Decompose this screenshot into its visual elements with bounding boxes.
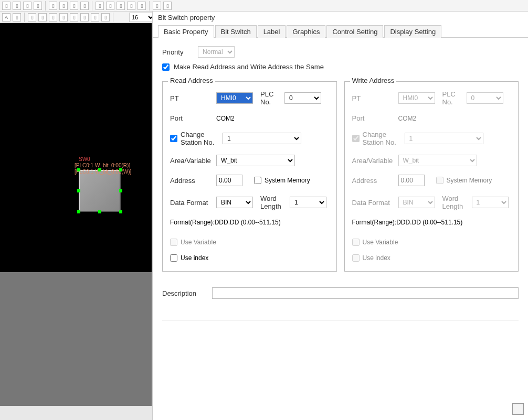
- toolbar-icon[interactable]: ▯: [80, 13, 89, 21]
- read-sysmem-label: System Memory: [265, 177, 310, 184]
- toolbar-icon[interactable]: ▯: [96, 2, 104, 10]
- read-sysmem-checkbox[interactable]: [254, 177, 261, 184]
- write-pt-label: PT: [352, 94, 395, 102]
- toolbar-icon[interactable]: ▯: [34, 2, 42, 10]
- toolbar-icon[interactable]: ▯: [38, 13, 47, 21]
- tab-bar: Basic Property Bit Switch Label Graphics…: [153, 23, 528, 38]
- read-use-variable-checkbox[interactable]: [170, 239, 177, 246]
- design-canvas[interactable]: SW0 [PLC0:1 W_bit_0:00(R)] [PLC0:1 W_bit…: [0, 23, 152, 272]
- write-wordlen-select: 1: [472, 197, 509, 208]
- same-address-checkbox[interactable]: [162, 63, 170, 71]
- read-address-legend: Read Address: [168, 77, 215, 84]
- toolbar-icon[interactable]: ▯: [70, 2, 78, 10]
- read-area-label: Area/Variable: [170, 157, 213, 165]
- write-address-input: [398, 175, 425, 186]
- read-address-label: Address: [170, 177, 213, 185]
- read-area-select[interactable]: W_bit: [216, 155, 295, 166]
- toolbar-icon[interactable]: ▯: [153, 2, 161, 10]
- read-wordlen-select[interactable]: 1: [290, 197, 326, 208]
- read-change-station-label: Change Station No.: [181, 131, 219, 146]
- write-pt-select: HMI0: [398, 92, 435, 104]
- toolbar-icon[interactable]: ▯: [28, 13, 36, 21]
- read-dataformat-label: Data Format: [170, 199, 213, 207]
- toolbar-icon[interactable]: ▯: [59, 2, 68, 10]
- write-change-station-label: Change Station No.: [363, 131, 402, 146]
- write-dataformat-select: BIN: [398, 197, 435, 208]
- read-address-group: Read Address PT HMI0 PLC No. 0 Port COM2…: [162, 81, 337, 272]
- toolbar-icon[interactable]: ▯: [138, 2, 146, 10]
- toolbar-icon[interactable]: ▯: [49, 2, 57, 10]
- toolbar-icon[interactable]: ▯: [2, 2, 10, 10]
- toolbar-icon[interactable]: ▯: [163, 2, 172, 10]
- read-pt-label: PT: [170, 94, 213, 102]
- toolbar-icon[interactable]: ▯: [23, 2, 31, 10]
- toolbar-icon[interactable]: ▯: [127, 2, 135, 10]
- write-address-group: Write Address PT HMI0 PLC No. 0 Port COM…: [344, 81, 519, 272]
- write-change-station-select: 1: [405, 133, 483, 144]
- write-sysmem-checkbox: [436, 177, 443, 184]
- tab-bit-switch[interactable]: Bit Switch: [215, 25, 257, 38]
- canvas-area[interactable]: SW0 [PLC0:1 W_bit_0:00(R)] [PLC0:1 W_bit…: [0, 23, 152, 406]
- toolbar-icon[interactable]: A: [2, 13, 10, 21]
- write-area-label: Area/Variable: [352, 157, 395, 165]
- description-input[interactable]: [212, 287, 519, 299]
- write-use-variable-label: Use Variable: [363, 239, 398, 246]
- write-address-label: Address: [352, 177, 395, 185]
- write-change-station-checkbox: [352, 135, 360, 142]
- toolbar-icon[interactable]: ▯: [49, 13, 57, 21]
- dialog-corner-button[interactable]: [512, 403, 524, 415]
- tab-display-setting[interactable]: Display Setting: [384, 25, 441, 38]
- read-address-input[interactable]: [216, 175, 242, 186]
- toolbar-icon[interactable]: ▯: [80, 2, 89, 10]
- read-change-station-select[interactable]: 1: [223, 133, 301, 144]
- read-format-range: Format(Range):DDD.DD (0.00--511.15): [170, 219, 281, 226]
- tab-graphics[interactable]: Graphics: [287, 25, 325, 38]
- write-use-index-label: Use index: [363, 254, 390, 262]
- write-plc-select: 0: [467, 92, 503, 104]
- description-label: Description: [162, 289, 196, 297]
- priority-select[interactable]: Normal: [198, 46, 235, 58]
- toolbar-icon[interactable]: ▯: [101, 13, 110, 21]
- read-port-label: Port: [170, 114, 213, 122]
- toolbar-icon[interactable]: ▯: [106, 2, 114, 10]
- tab-basic-property[interactable]: Basic Property: [158, 25, 214, 38]
- object-read-label: [PLC0:1 W_bit_0:00(R)]: [75, 163, 130, 168]
- read-plc-label: PLC No.: [260, 90, 281, 106]
- read-port-value: COM2: [216, 115, 235, 122]
- toolbar-icon[interactable]: ▯: [13, 2, 21, 10]
- font-size-select[interactable]: 16: [129, 13, 155, 22]
- font-size-down[interactable]: [117, 13, 127, 22]
- read-wordlen-label: Word Length: [260, 195, 287, 210]
- read-dataformat-select[interactable]: BIN: [216, 197, 253, 208]
- toolbar-icon[interactable]: ▯: [13, 13, 21, 21]
- read-pt-select[interactable]: HMI0: [216, 92, 253, 104]
- property-dialog: Bit Switch property Basic Property Bit S…: [152, 12, 528, 420]
- object-name-label: SW0: [79, 156, 90, 162]
- write-plc-label: PLC No.: [442, 90, 463, 106]
- write-sysmem-label: System Memory: [447, 177, 492, 184]
- tab-label[interactable]: Label: [258, 25, 286, 38]
- toolbar-icon[interactable]: ▯: [70, 13, 78, 21]
- read-use-variable-label: Use Variable: [181, 239, 216, 246]
- switch-object[interactable]: SW0 [PLC0:1 W_bit_0:00(R)] [PLC0:1 W_bit…: [79, 170, 121, 212]
- read-change-station-checkbox[interactable]: [170, 135, 177, 142]
- top-toolbar-1: ▯ ▯ ▯ ▯ ▯ ▯ ▯ ▯ ▯ ▯ ▯ ▯ ▯ ▯ ▯: [0, 0, 528, 12]
- write-use-variable-checkbox: [352, 239, 360, 246]
- write-use-index-checkbox: [352, 254, 360, 262]
- write-port-label: Port: [352, 114, 395, 122]
- write-dataformat-label: Data Format: [352, 199, 395, 207]
- toolbar-icon[interactable]: ▯: [117, 2, 125, 10]
- read-use-index-label: Use index: [181, 254, 208, 262]
- read-plc-select[interactable]: 0: [284, 92, 321, 104]
- toolbar-icon[interactable]: ▯: [59, 13, 68, 21]
- write-port-value: COM2: [398, 115, 417, 122]
- object-write-label: [PLC0:1 W_bit_0:00(W)]: [75, 169, 131, 175]
- dialog-title: Bit Switch property: [153, 12, 528, 23]
- write-wordlen-label: Word Length: [442, 195, 469, 210]
- write-area-select: W_bit: [398, 155, 477, 166]
- toolbar-icon[interactable]: ▯: [91, 13, 99, 21]
- tab-control-setting[interactable]: Control Setting: [326, 25, 383, 38]
- read-use-index-checkbox[interactable]: [170, 254, 177, 262]
- priority-label: Priority: [162, 48, 194, 56]
- write-address-legend: Write Address: [350, 77, 397, 84]
